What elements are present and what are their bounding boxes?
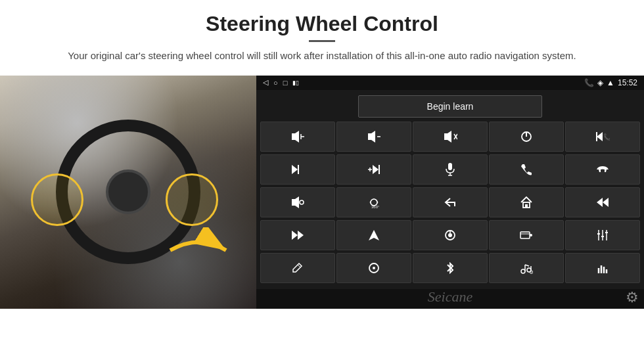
svg-rect-37 (520, 232, 530, 238)
status-right: 📞 ◈ ▲ 15:52 (584, 78, 637, 87)
svg-marker-14 (292, 165, 298, 174)
pen-button[interactable] (260, 253, 335, 283)
svg-marker-29 (597, 198, 603, 207)
speaker-button[interactable] (260, 187, 335, 217)
clock: 15:52 (618, 78, 637, 87)
fast-forward-button[interactable] (336, 154, 411, 185)
android-statusbar: ◁ ○ □ ▮▯ 📞 ◈ ▲ 15:52 (256, 76, 644, 90)
watermark-row: Seicane ⚙ (256, 289, 644, 309)
settings-gear-icon[interactable]: ⚙ (626, 289, 639, 306)
svg-marker-23 (292, 196, 299, 208)
svg-marker-33 (369, 230, 379, 240)
svg-text:📞: 📞 (603, 133, 610, 141)
mute-button[interactable] (413, 122, 488, 152)
svg-point-49 (521, 269, 525, 273)
location-status-icon: ◈ (597, 78, 603, 87)
svg-point-38 (530, 234, 532, 236)
bluetooth-button[interactable] (413, 253, 488, 283)
svg-rect-28 (525, 204, 528, 208)
wifi-status-icon: ▲ (607, 78, 614, 87)
seicane-watermark: Seicane (256, 288, 644, 305)
menu-button[interactable] (336, 253, 411, 283)
svg-point-48 (373, 267, 375, 269)
vol-down-button[interactable] (336, 122, 411, 152)
radio-button[interactable] (489, 220, 564, 250)
phone-prev-button[interactable]: 📞 (565, 122, 640, 152)
header-section: Steering Wheel Control Your original car… (0, 0, 644, 70)
svg-marker-11 (597, 132, 603, 141)
page-container: Steering Wheel Control Your original car… (0, 0, 644, 360)
source-button[interactable] (413, 220, 488, 250)
equalizer-settings-button[interactable] (565, 220, 640, 250)
back-nav-icon[interactable]: ◁ (263, 78, 268, 87)
navigation-button[interactable] (336, 220, 411, 250)
audio-level-button[interactable] (565, 253, 640, 283)
control-buttons-grid: 📞 (256, 122, 644, 289)
hang-up-button[interactable] (565, 154, 640, 185)
svg-marker-30 (603, 198, 609, 207)
button-highlight-right (166, 173, 218, 226)
svg-line-46 (298, 265, 300, 267)
page-title: Steering Wheel Control (39, 12, 605, 36)
title-divider (309, 40, 335, 42)
begin-learn-row: Begin learn (256, 90, 644, 122)
phone-status-icon: 📞 (584, 78, 594, 87)
svg-marker-1 (292, 131, 299, 143)
recent-nav-icon[interactable]: □ (283, 79, 288, 87)
home-nav-icon[interactable]: ○ (273, 79, 278, 87)
camera-360-button[interactable]: 360° (336, 187, 411, 217)
svg-marker-6 (444, 131, 451, 143)
vol-up-button[interactable] (260, 122, 335, 152)
svg-text:360°: 360° (371, 205, 380, 208)
svg-marker-4 (368, 131, 375, 143)
music-settings-button[interactable]: ⚙ (489, 253, 564, 283)
button-highlight-left (31, 173, 83, 226)
microphone-button[interactable] (413, 154, 488, 185)
next-track-button[interactable] (260, 154, 335, 185)
svg-marker-31 (292, 231, 298, 240)
svg-point-24 (300, 200, 304, 204)
rewind-button[interactable] (565, 187, 640, 217)
svg-text:⚙: ⚙ (529, 269, 533, 274)
subtitle: Your original car's steering wheel contr… (39, 49, 605, 64)
svg-rect-20 (448, 163, 452, 170)
call-button[interactable] (489, 154, 564, 185)
content-row: ◁ ○ □ ▮▯ 📞 ◈ ▲ 15:52 Begin learn (0, 76, 644, 361)
back-button[interactable] (413, 187, 488, 217)
svg-marker-32 (298, 231, 304, 240)
battery-status-icon: ▮▯ (292, 79, 299, 86)
power-button[interactable] (489, 122, 564, 152)
status-left: ◁ ○ □ ▮▯ (263, 78, 299, 87)
android-panel: ◁ ○ □ ▮▯ 📞 ◈ ▲ 15:52 Begin learn (256, 76, 644, 309)
yellow-arrow (164, 227, 236, 273)
svg-point-35 (448, 233, 452, 237)
skip-forward-button[interactable] (260, 220, 335, 250)
svg-marker-18 (373, 165, 379, 174)
begin-learn-button[interactable]: Begin learn (358, 95, 542, 118)
home-button[interactable] (489, 187, 564, 217)
steering-wheel-image (0, 76, 256, 309)
svg-line-51 (525, 265, 529, 266)
